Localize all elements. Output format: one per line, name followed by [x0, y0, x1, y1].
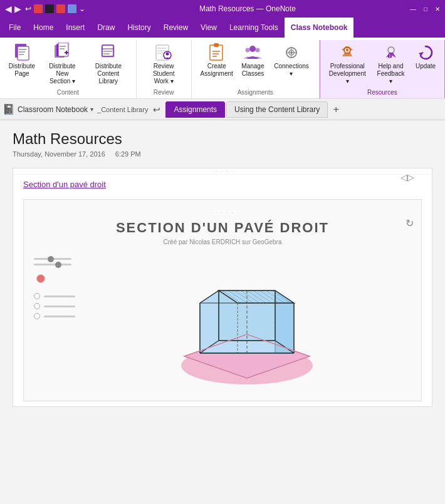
svg-point-28 [256, 48, 260, 53]
geogebra-subtitle: Créé par Nicolas ERDRICH sur GeoGebra [34, 239, 411, 245]
content-group-label: Content [5, 88, 131, 97]
distribute-new-section-button[interactable]: Distribute NewSection ▾ [40, 40, 85, 88]
menu-home[interactable]: Home [27, 18, 60, 38]
menu-learning-tools[interactable]: Learning Tools [223, 18, 285, 38]
svg-point-33 [290, 51, 293, 54]
svg-rect-21 [210, 45, 223, 60]
distribute-content-library-label: DistributeContent Library [90, 63, 127, 85]
menu-insert[interactable]: Insert [60, 18, 91, 38]
professional-development-button[interactable]: ProfessionalDevelopment ▾ [325, 40, 370, 88]
slider-track-5[interactable] [44, 316, 75, 317]
resources-group-label: Resources [325, 88, 439, 97]
slider-track-2[interactable] [34, 264, 71, 265]
window-controls[interactable]: — □ ✕ [410, 6, 440, 13]
main-content: Math Resources Thursday, November 17, 20… [0, 120, 445, 504]
undo-icon[interactable]: ↩ [25, 4, 31, 13]
notebook-icon-area: 📓 [3, 103, 15, 115]
ribbon: Distribute Page Distribute NewSect [0, 38, 445, 99]
svg-rect-22 [214, 43, 219, 47]
tab-assignments[interactable]: Assignments [165, 101, 225, 118]
svg-rect-3 [19, 51, 25, 53]
resources-group-items: ProfessionalDevelopment ▾ Help andFeedba… [325, 40, 439, 88]
nav-controls[interactable]: ◀ ▶ [5, 4, 21, 14]
distribute-content-library-icon [98, 43, 118, 63]
assignments-group-label: Assignments [197, 88, 314, 97]
content-group-items: Distribute Page Distribute NewSect [5, 40, 131, 88]
professional-development-label: ProfessionalDevelopment ▾ [329, 63, 366, 85]
manage-classes-icon [243, 43, 263, 63]
update-button[interactable]: Update [412, 40, 439, 73]
slider-thumb-1[interactable] [48, 256, 54, 262]
page-title: Math Resources [13, 130, 432, 148]
svg-point-35 [346, 49, 348, 51]
slider-track-4[interactable] [44, 306, 75, 307]
slider-dot-5 [34, 313, 40, 319]
notebook-bar: 📓 Classroom Notebook ▾ _Content Library … [0, 99, 445, 120]
slider-track-1[interactable] [34, 258, 71, 260]
forward-button[interactable]: ▶ [14, 4, 21, 14]
notebook-name: Classroom Notebook [18, 105, 88, 114]
color-dot-area [36, 274, 75, 283]
content-box: · · · · · Section d'un pavé droit ◁▷ · ·… [13, 168, 432, 407]
notebook-dropdown[interactable]: ▾ [90, 106, 93, 113]
tool-icon-4[interactable] [68, 4, 76, 13]
distribute-new-section-label: Distribute NewSection ▾ [44, 63, 81, 85]
help-and-feedback-button[interactable]: Help andFeedback ▾ [371, 40, 411, 88]
svg-rect-14 [103, 53, 110, 54]
tool-icon-1[interactable] [34, 4, 43, 13]
ribbon-content: Distribute Page Distribute NewSect [0, 38, 445, 98]
svg-marker-39 [419, 52, 424, 56]
tool-icon-2[interactable] [45, 4, 54, 13]
collapse-icon[interactable]: ◁▷ [401, 172, 414, 182]
content-link[interactable]: Section d'un pavé droit [13, 175, 432, 194]
review-group-label: Review [142, 88, 186, 97]
connections-button[interactable]: Connections ▾ [269, 40, 313, 80]
svg-point-36 [388, 47, 394, 53]
geogebra-handle[interactable]: · · · · · [34, 210, 411, 215]
update-label: Update [416, 63, 436, 70]
ribbon-group-content: Distribute Page Distribute NewSect [0, 40, 137, 98]
menu-history[interactable]: History [121, 18, 157, 38]
svg-rect-13 [103, 51, 112, 52]
slider-row-2 [34, 264, 75, 265]
ribbon-group-resources: ProfessionalDevelopment ▾ Help andFeedba… [320, 40, 445, 98]
create-assignment-button[interactable]: CreateAssignment [197, 40, 237, 80]
review-student-work-button[interactable]: Review StudentWork ▾ [142, 40, 186, 88]
menu-view[interactable]: View [194, 18, 223, 38]
menu-review[interactable]: Review [157, 18, 194, 38]
maximize-button[interactable]: □ [424, 6, 427, 13]
slider-thumb-2[interactable] [55, 262, 61, 268]
cube-visualization [83, 253, 411, 391]
back-button[interactable]: ◀ [5, 4, 12, 14]
menu-file[interactable]: File [3, 18, 27, 38]
more-tools-icon[interactable]: ⌄ [79, 4, 85, 13]
distribute-content-library-button[interactable]: DistributeContent Library [86, 40, 130, 88]
assignments-group-items: CreateAssignment ManageClasses [197, 40, 314, 88]
manage-classes-button[interactable]: ManageClasses [238, 40, 268, 80]
svg-point-20 [166, 53, 169, 56]
title-bar: ◀ ▶ ↩ ⌄ Math Resources — OneNote — □ ✕ [0, 0, 445, 18]
svg-rect-2 [19, 49, 26, 50]
connections-icon [281, 43, 301, 63]
page-date-value: Thursday, November 17, 2016 [13, 150, 105, 158]
slider-track-3[interactable] [44, 296, 75, 297]
minimize-button[interactable]: — [410, 6, 416, 13]
undo-button[interactable]: ↩ [153, 105, 160, 115]
connections-label: Connections ▾ [273, 63, 310, 78]
distribute-page-button[interactable]: Distribute Page [5, 40, 39, 80]
refresh-button[interactable]: ↻ [406, 217, 414, 229]
close-button[interactable]: ✕ [435, 6, 440, 13]
svg-rect-9 [60, 48, 65, 49]
sliders-column [34, 253, 75, 391]
geogebra-title: SECTION D'UN PAVÉ DROIT [34, 220, 411, 236]
menu-draw[interactable]: Draw [91, 18, 121, 38]
slider-row-5 [34, 313, 75, 319]
app-title: Math Resources — OneNote [199, 4, 296, 13]
color-dot [36, 274, 45, 283]
add-tab-button[interactable]: + [329, 103, 343, 116]
tool-icon-3[interactable] [56, 4, 65, 13]
content-box-handle[interactable]: · · · · · [13, 168, 432, 175]
menu-class-notebook[interactable]: Class Notebook [285, 18, 354, 38]
help-and-feedback-label: Help andFeedback ▾ [375, 63, 407, 85]
tab-using-content-library[interactable]: Using the Content Library [226, 101, 328, 118]
